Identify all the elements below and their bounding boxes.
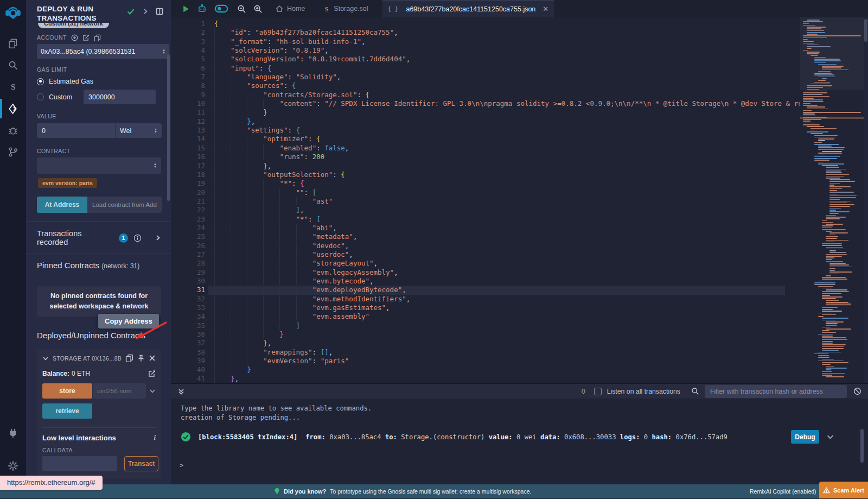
terminal-search-icon[interactable] [691, 387, 699, 395]
editor-scrollbar-track[interactable] [864, 17, 868, 383]
panel-scrollbar[interactable] [167, 54, 170, 201]
store-button[interactable]: store [42, 383, 92, 399]
account-select[interactable]: 0xA03...85ac4 (0.39866531531 ▲▼ [37, 44, 169, 59]
code-line[interactable]: "evm.methodIdentifiers", [214, 295, 785, 304]
git-icon[interactable] [0, 141, 26, 163]
code-line[interactable]: "evmVersion": "paris" [214, 357, 785, 365]
zoom-out-icon[interactable] [237, 4, 246, 14]
edit-account-icon[interactable] [82, 34, 90, 41]
calldata-input[interactable] [42, 456, 117, 471]
editor-scrollbar-thumb[interactable] [864, 19, 867, 42]
code-line[interactable]: }, [214, 117, 785, 126]
copy-address-icon[interactable] [125, 354, 133, 362]
custom-gas-radio[interactable] [37, 93, 44, 100]
code-editor[interactable]: 1234567891011121314151617181920212223242… [171, 17, 868, 383]
pin-panel-icon[interactable] [156, 8, 163, 15]
code-line[interactable]: "content": "// SPDX-License-Identifier: … [214, 99, 785, 108]
search-icon[interactable] [0, 54, 26, 76]
code-line[interactable]: "id": "a69b43f277ba20fcac141151250ca755"… [214, 28, 785, 37]
collapse-chevron-icon[interactable] [42, 355, 49, 362]
code-line[interactable]: "outputSelection": { [214, 170, 785, 179]
contract-select[interactable]: ▲▼ [37, 157, 161, 174]
expand-log-chevron-icon[interactable] [826, 433, 834, 441]
tab-build-info-json[interactable]: { } a69b43f277ba20fcac141151250ca755.jso… [382, 0, 554, 17]
terminal-scrollbar[interactable] [860, 429, 864, 463]
ai-assistant-robot-icon[interactable] [197, 4, 207, 14]
edit-balance-icon[interactable] [148, 370, 156, 377]
code-line[interactable]: }, [214, 339, 785, 348]
code-line[interactable]: "settings": { [214, 126, 785, 135]
code-line[interactable]: "*": [ [214, 215, 785, 224]
transact-button[interactable]: Transact [124, 456, 158, 471]
code-line[interactable]: "evm.gasEstimates", [214, 304, 785, 312]
value-input[interactable] [37, 123, 115, 138]
close-contract-icon[interactable] [149, 355, 156, 362]
estimated-gas-radio[interactable] [37, 78, 44, 85]
code-line[interactable]: "_format": "hh-sol-build-info-1", [214, 37, 785, 46]
minimap[interactable] [800, 17, 864, 383]
at-address-button[interactable]: At Address [37, 197, 87, 213]
copy-account-icon[interactable] [94, 34, 101, 41]
store-arg-input[interactable] [93, 383, 146, 399]
scam-alert-button[interactable]: Scam Alert [819, 482, 868, 498]
expand-terminal-icon[interactable] [177, 388, 185, 395]
code-line[interactable]: } [214, 365, 785, 374]
code-line[interactable]: }, [214, 162, 785, 170]
run-script-icon[interactable] [182, 5, 190, 13]
low-level-info-icon[interactable]: i [154, 433, 156, 442]
retrieve-button[interactable]: retrieve [42, 403, 92, 419]
transaction-log-row[interactable]: [block:5583405 txIndex:4] from: 0xa03...… [181, 430, 834, 444]
code-line[interactable]: "storageLayout", [214, 259, 785, 268]
plugin-manager-icon[interactable] [0, 422, 26, 444]
add-account-icon[interactable] [71, 34, 78, 41]
code-line[interactable]: "evm.deployedBytecode", [214, 286, 785, 294]
at-address-input[interactable] [87, 197, 162, 213]
clear-console-icon[interactable] [853, 387, 861, 395]
code-line[interactable]: } [214, 108, 785, 117]
close-tab-icon[interactable]: ✕ [542, 5, 548, 13]
code-line[interactable]: "metadata", [214, 232, 785, 241]
code-line[interactable]: ] [214, 321, 785, 330]
settings-gear-icon[interactable] [0, 455, 26, 477]
expand-args-chevron-icon[interactable] [149, 388, 156, 394]
code-line[interactable]: "ast" [214, 197, 785, 206]
pin-contract-icon[interactable] [137, 355, 145, 362]
code-line[interactable]: "": [ [214, 188, 785, 197]
panel-chevron-right-icon[interactable] [142, 8, 149, 15]
code-line[interactable]: "*": { [214, 179, 785, 188]
code-area[interactable]: { "id": "a69b43f277ba20fcac141151250ca75… [214, 20, 785, 383]
copilot-status[interactable]: RemixAI Copilot (enabled) [750, 484, 816, 498]
code-line[interactable]: "devdoc", [214, 242, 785, 250]
code-line[interactable]: "evm.assembly" [214, 312, 785, 321]
deploy-and-run-icon[interactable] [0, 98, 26, 119]
value-unit-select[interactable]: Wei ▲▼ [115, 123, 162, 138]
debug-button[interactable]: Debug [791, 430, 819, 444]
code-line[interactable]: "optimizer": { [214, 135, 785, 143]
transaction-filter-input[interactable] [705, 385, 847, 398]
code-line[interactable]: "abi", [214, 224, 785, 232]
code-line[interactable]: "enabled": false, [214, 144, 785, 153]
custom-gas-input[interactable] [84, 90, 156, 104]
contract-instance-name[interactable]: STORAGE AT 0X136...8B78 [53, 355, 122, 362]
expand-transactions-icon[interactable] [155, 235, 161, 241]
solidity-compiler-icon[interactable]: S [0, 76, 26, 98]
file-explorer-icon[interactable] [0, 33, 26, 54]
code-line[interactable]: "userdoc", [214, 250, 785, 259]
tab-home[interactable]: Home [270, 0, 310, 17]
zoom-in-icon[interactable] [253, 4, 263, 14]
code-line[interactable]: "solcVersion": "0.8.19", [214, 46, 785, 55]
remix-logo-icon[interactable] [0, 0, 26, 26]
terminal-prompt[interactable]: > [180, 462, 183, 469]
code-line[interactable]: "sources": { [214, 81, 785, 90]
code-line[interactable]: "evm.bytecode", [214, 277, 785, 286]
tab-storage-sol[interactable]: S Storage.sol [318, 0, 373, 17]
code-line[interactable]: "evm.legacyAssembly", [214, 268, 785, 277]
debugger-icon[interactable] [0, 119, 26, 141]
info-icon[interactable] [133, 234, 142, 242]
code-line[interactable]: "runs": 200 [214, 153, 785, 161]
code-line[interactable]: "input": { [214, 64, 785, 73]
code-line[interactable]: "contracts/Storage.sol": { [214, 91, 785, 99]
code-line[interactable]: } [214, 330, 785, 339]
listen-checkbox[interactable] [594, 388, 602, 395]
ai-copilot-toggle-icon[interactable] [214, 4, 228, 14]
